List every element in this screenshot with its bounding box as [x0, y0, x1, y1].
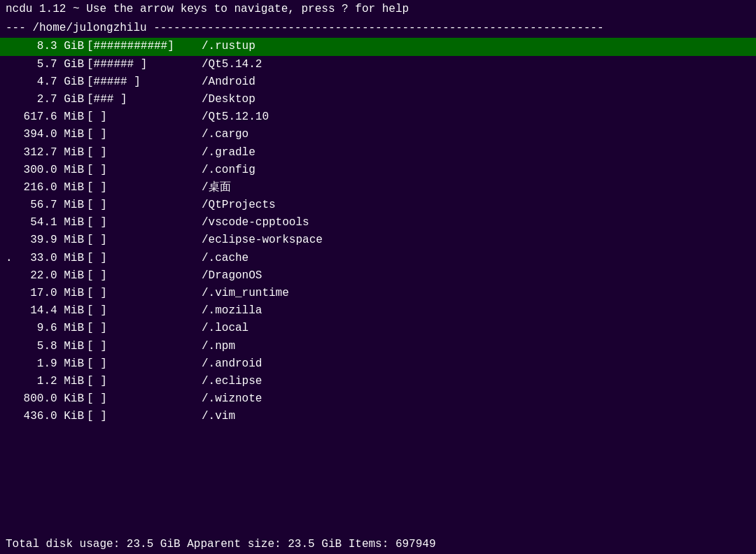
size-value: 9.6 MiB — [14, 320, 84, 336]
usage-bar: [ ] — [87, 303, 199, 319]
dir-name[interactable]: /.vim — [202, 409, 235, 425]
size-value: 33.0 MiB — [14, 250, 84, 267]
table-row[interactable]: 2.7 GiB [### ] /Desktop — [0, 91, 756, 108]
size-value: 2.7 GiB — [14, 92, 84, 108]
dir-name[interactable]: /DragonOS — [202, 268, 262, 284]
size-value: 54.1 MiB — [14, 215, 84, 231]
size-value: 39.9 MiB — [14, 232, 84, 248]
dir-name[interactable]: /.rustup — [202, 38, 255, 55]
usage-bar: [###### ] — [87, 57, 199, 73]
usage-bar: [### ] — [87, 92, 199, 108]
usage-bar: [ ] — [87, 232, 199, 248]
table-row[interactable]: 54.1 MiB [ ] /vscode-cpptools — [0, 214, 756, 232]
header-text: ncdu 1.12 ~ Use the arrow keys to naviga… — [6, 3, 409, 15]
content-area: 8.3 GiB [###########] /.rustup 5.7 GiB [… — [0, 38, 756, 534]
table-row[interactable]: 1.2 MiB [ ] /.eclipse — [0, 373, 756, 390]
dir-name[interactable]: /eclipse-workspace — [202, 232, 323, 248]
usage-bar: [ ] — [87, 356, 199, 372]
table-row[interactable]: 22.0 MiB [ ] /DragonOS — [0, 267, 756, 285]
usage-bar: [ ] — [87, 127, 199, 143]
dir-name[interactable]: /Qt5.12.10 — [202, 109, 269, 125]
size-value: 4.7 GiB — [14, 74, 84, 90]
size-value: 5.7 GiB — [14, 57, 84, 73]
dir-name[interactable]: /.wiznote — [202, 391, 262, 407]
usage-bar: [ ] — [87, 250, 199, 267]
dir-name[interactable]: /桌面 — [202, 180, 231, 196]
path-bar: --- /home/julongzhilu ------------------… — [0, 19, 756, 38]
footer-bar: Total disk usage: 23.5 GiB Apparent size… — [0, 535, 756, 554]
table-row[interactable]: 14.4 MiB [ ] /.mozilla — [0, 302, 756, 320]
dir-name[interactable]: /.vim_runtime — [202, 285, 289, 301]
table-row[interactable]: .33.0 MiB [ ] /.cache — [0, 250, 756, 267]
table-row[interactable]: 39.9 MiB [ ] /eclipse-workspace — [0, 232, 756, 249]
dir-name[interactable]: /.android — [202, 356, 262, 372]
dot-marker: . — [6, 250, 14, 267]
usage-bar: [ ] — [87, 374, 199, 390]
path-text: --- /home/julongzhilu ------------------… — [6, 22, 604, 34]
size-value: 436.0 KiB — [14, 409, 84, 425]
dir-name[interactable]: /.eclipse — [202, 374, 262, 390]
size-value: 394.0 MiB — [14, 127, 84, 143]
table-row[interactable]: 4.7 GiB [##### ] /Android — [0, 73, 756, 91]
size-value: 617.6 MiB — [14, 109, 84, 125]
size-value: 1.2 MiB — [14, 374, 84, 390]
table-row[interactable]: 617.6 MiB [ ] /Qt5.12.10 — [0, 108, 756, 126]
table-row[interactable]: 17.0 MiB [ ] /.vim_runtime — [0, 285, 756, 302]
size-value: 14.4 MiB — [14, 303, 84, 319]
size-value: 216.0 MiB — [14, 180, 84, 196]
table-row[interactable]: 56.7 MiB [ ] /QtProjects — [0, 197, 756, 214]
dir-name[interactable]: /.cache — [202, 250, 248, 267]
size-value: 8.3 GiB — [14, 38, 84, 55]
usage-bar: [ ] — [87, 215, 199, 231]
usage-bar: [ ] — [87, 285, 199, 301]
table-row[interactable]: 5.7 GiB [###### ] /Qt5.14.2 — [0, 56, 756, 73]
table-row[interactable]: 216.0 MiB [ ] /桌面 — [0, 179, 756, 197]
table-row[interactable]: 5.8 MiB [ ] /.npm — [0, 338, 756, 355]
usage-bar: [ ] — [87, 109, 199, 125]
size-value: 312.7 MiB — [14, 145, 84, 161]
header-bar: ncdu 1.12 ~ Use the arrow keys to naviga… — [0, 0, 756, 19]
dir-name[interactable]: /.cargo — [202, 127, 248, 143]
table-row[interactable]: 1.9 MiB [ ] /.android — [0, 355, 756, 373]
dir-name[interactable]: /.npm — [202, 339, 235, 355]
table-row[interactable]: 9.6 MiB [ ] /.local — [0, 320, 756, 337]
usage-bar: [ ] — [87, 320, 199, 336]
dir-name[interactable]: /.mozilla — [202, 303, 262, 319]
dir-name[interactable]: /vscode-cpptools — [202, 215, 309, 231]
size-value: 5.8 MiB — [14, 339, 84, 355]
size-value: 22.0 MiB — [14, 268, 84, 284]
footer-text: Total disk usage: 23.5 GiB Apparent size… — [6, 538, 436, 551]
dir-name[interactable]: /Desktop — [202, 92, 255, 108]
dir-name[interactable]: /QtProjects — [202, 197, 276, 213]
usage-bar: [ ] — [87, 268, 199, 284]
table-row[interactable]: 8.3 GiB [###########] /.rustup — [0, 38, 756, 55]
usage-bar: [ ] — [87, 409, 199, 425]
table-row[interactable]: 300.0 MiB [ ] /.config — [0, 162, 756, 179]
dir-name[interactable]: /.config — [202, 162, 255, 178]
usage-bar: [ ] — [87, 197, 199, 213]
dir-name[interactable]: /Qt5.14.2 — [202, 57, 262, 73]
usage-bar: [ ] — [87, 145, 199, 161]
table-row[interactable]: 312.7 MiB [ ] /.gradle — [0, 144, 756, 162]
size-value: 800.0 KiB — [14, 391, 84, 407]
usage-bar: [###########] — [87, 38, 199, 55]
usage-bar: [ ] — [87, 339, 199, 355]
size-value: 300.0 MiB — [14, 162, 84, 178]
table-row[interactable]: 394.0 MiB [ ] /.cargo — [0, 126, 756, 143]
usage-bar: [##### ] — [87, 74, 199, 90]
size-value: 1.9 MiB — [14, 356, 84, 372]
dir-name[interactable]: /.local — [202, 320, 248, 336]
size-value: 56.7 MiB — [14, 197, 84, 213]
table-row[interactable]: 800.0 KiB [ ] /.wiznote — [0, 390, 756, 408]
terminal: ncdu 1.12 ~ Use the arrow keys to naviga… — [0, 0, 756, 554]
usage-bar: [ ] — [87, 162, 199, 178]
size-value: 17.0 MiB — [14, 285, 84, 301]
usage-bar: [ ] — [87, 391, 199, 407]
usage-bar: [ ] — [87, 180, 199, 196]
dir-name[interactable]: /.gradle — [202, 145, 255, 161]
table-row[interactable]: 436.0 KiB [ ] /.vim — [0, 408, 756, 425]
dir-name[interactable]: /Android — [202, 74, 255, 90]
